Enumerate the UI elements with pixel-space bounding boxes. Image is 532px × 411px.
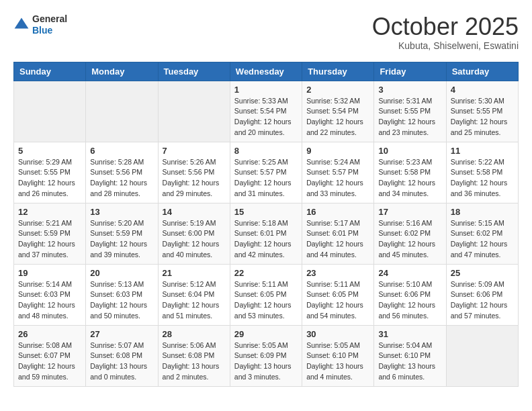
day-cell — [446, 325, 518, 386]
day-cell: 17Sunrise: 5:16 AM Sunset: 6:02 PM Dayli… — [374, 203, 446, 264]
day-info: Sunrise: 5:05 AM Sunset: 6:10 PM Dayligh… — [306, 340, 369, 383]
weekday-header-monday: Monday — [86, 62, 158, 81]
day-cell: 20Sunrise: 5:13 AM Sunset: 6:03 PM Dayli… — [86, 264, 158, 325]
day-cell: 21Sunrise: 5:12 AM Sunset: 6:04 PM Dayli… — [158, 264, 230, 325]
day-info: Sunrise: 5:17 AM Sunset: 6:01 PM Dayligh… — [306, 218, 369, 261]
day-number: 19 — [18, 268, 81, 278]
day-number: 1 — [234, 85, 298, 95]
day-cell: 18Sunrise: 5:15 AM Sunset: 6:02 PM Dayli… — [446, 203, 518, 264]
day-cell: 2Sunrise: 5:32 AM Sunset: 5:54 PM Daylig… — [302, 81, 374, 142]
weekday-header-saturday: Saturday — [446, 62, 518, 81]
logo-blue: Blue — [32, 25, 67, 36]
day-info: Sunrise: 5:24 AM Sunset: 5:57 PM Dayligh… — [306, 157, 369, 199]
day-info: Sunrise: 5:05 AM Sunset: 6:09 PM Dayligh… — [234, 340, 298, 383]
day-number: 18 — [451, 207, 514, 217]
day-cell: 7Sunrise: 5:26 AM Sunset: 5:56 PM Daylig… — [158, 142, 230, 203]
logo-icon — [13, 17, 30, 33]
day-cell: 4Sunrise: 5:30 AM Sunset: 5:55 PM Daylig… — [446, 81, 518, 142]
calendar-table: SundayMondayTuesdayWednesdayThursdayFrid… — [13, 62, 519, 387]
svg-marker-0 — [15, 17, 29, 28]
weekday-header-sunday: Sunday — [14, 62, 86, 81]
day-info: Sunrise: 5:11 AM Sunset: 6:05 PM Dayligh… — [234, 279, 298, 322]
day-number: 29 — [234, 329, 298, 339]
day-number: 9 — [306, 146, 369, 156]
day-number: 30 — [306, 329, 369, 339]
week-row-4: 19Sunrise: 5:14 AM Sunset: 6:03 PM Dayli… — [14, 264, 519, 325]
day-number: 24 — [378, 268, 441, 278]
weekday-header-wednesday: Wednesday — [230, 62, 302, 81]
day-info: Sunrise: 5:06 AM Sunset: 6:08 PM Dayligh… — [163, 340, 226, 383]
day-cell: 15Sunrise: 5:18 AM Sunset: 6:01 PM Dayli… — [230, 203, 302, 264]
day-number: 11 — [451, 146, 514, 156]
day-info: Sunrise: 5:32 AM Sunset: 5:54 PM Dayligh… — [306, 96, 369, 138]
day-cell — [86, 81, 158, 142]
day-number: 25 — [451, 268, 514, 278]
day-number: 13 — [90, 207, 153, 217]
day-cell: 27Sunrise: 5:07 AM Sunset: 6:08 PM Dayli… — [86, 325, 158, 386]
day-number: 21 — [163, 268, 226, 278]
day-number: 27 — [90, 329, 153, 339]
day-cell: 31Sunrise: 5:04 AM Sunset: 6:10 PM Dayli… — [374, 325, 446, 386]
day-cell: 5Sunrise: 5:29 AM Sunset: 5:55 PM Daylig… — [14, 142, 86, 203]
day-cell: 11Sunrise: 5:22 AM Sunset: 5:58 PM Dayli… — [446, 142, 518, 203]
day-number: 15 — [234, 207, 298, 217]
day-number: 14 — [163, 207, 226, 217]
day-info: Sunrise: 5:19 AM Sunset: 6:00 PM Dayligh… — [163, 218, 226, 261]
day-info: Sunrise: 5:10 AM Sunset: 6:06 PM Dayligh… — [378, 279, 441, 322]
day-cell: 30Sunrise: 5:05 AM Sunset: 6:10 PM Dayli… — [302, 325, 374, 386]
day-cell: 29Sunrise: 5:05 AM Sunset: 6:09 PM Dayli… — [230, 325, 302, 386]
day-cell — [158, 81, 230, 142]
day-cell: 24Sunrise: 5:10 AM Sunset: 6:06 PM Dayli… — [374, 264, 446, 325]
day-info: Sunrise: 5:30 AM Sunset: 5:55 PM Dayligh… — [451, 96, 514, 138]
day-info: Sunrise: 5:29 AM Sunset: 5:55 PM Dayligh… — [18, 157, 81, 199]
day-number: 17 — [378, 207, 441, 217]
logo: General Blue — [13, 13, 67, 36]
weekday-header-row: SundayMondayTuesdayWednesdayThursdayFrid… — [14, 62, 519, 81]
day-number: 31 — [378, 329, 441, 339]
week-row-2: 5Sunrise: 5:29 AM Sunset: 5:55 PM Daylig… — [14, 142, 519, 203]
day-cell: 10Sunrise: 5:23 AM Sunset: 5:58 PM Dayli… — [374, 142, 446, 203]
day-cell: 19Sunrise: 5:14 AM Sunset: 6:03 PM Dayli… — [14, 264, 86, 325]
day-cell: 3Sunrise: 5:31 AM Sunset: 5:55 PM Daylig… — [374, 81, 446, 142]
day-cell: 6Sunrise: 5:28 AM Sunset: 5:56 PM Daylig… — [86, 142, 158, 203]
day-info: Sunrise: 5:21 AM Sunset: 5:59 PM Dayligh… — [18, 218, 81, 261]
week-row-5: 26Sunrise: 5:08 AM Sunset: 6:07 PM Dayli… — [14, 325, 519, 386]
day-info: Sunrise: 5:08 AM Sunset: 6:07 PM Dayligh… — [18, 340, 81, 383]
day-info: Sunrise: 5:20 AM Sunset: 5:59 PM Dayligh… — [90, 218, 153, 261]
day-cell — [14, 81, 86, 142]
day-cell: 25Sunrise: 5:09 AM Sunset: 6:06 PM Dayli… — [446, 264, 518, 325]
day-info: Sunrise: 5:22 AM Sunset: 5:58 PM Dayligh… — [451, 157, 514, 199]
day-number: 28 — [163, 329, 226, 339]
logo-general: General — [32, 13, 67, 25]
day-cell: 9Sunrise: 5:24 AM Sunset: 5:57 PM Daylig… — [302, 142, 374, 203]
day-info: Sunrise: 5:07 AM Sunset: 6:08 PM Dayligh… — [90, 340, 153, 383]
day-cell: 12Sunrise: 5:21 AM Sunset: 5:59 PM Dayli… — [14, 203, 86, 264]
day-number: 2 — [306, 85, 369, 95]
day-info: Sunrise: 5:13 AM Sunset: 6:03 PM Dayligh… — [90, 279, 153, 322]
day-cell: 26Sunrise: 5:08 AM Sunset: 6:07 PM Dayli… — [14, 325, 86, 386]
day-cell: 23Sunrise: 5:11 AM Sunset: 6:05 PM Dayli… — [302, 264, 374, 325]
day-number: 12 — [18, 207, 81, 217]
day-info: Sunrise: 5:14 AM Sunset: 6:03 PM Dayligh… — [18, 279, 81, 322]
day-number: 16 — [306, 207, 369, 217]
day-number: 3 — [378, 85, 441, 95]
weekday-header-thursday: Thursday — [302, 62, 374, 81]
day-info: Sunrise: 5:25 AM Sunset: 5:57 PM Dayligh… — [234, 157, 298, 199]
day-info: Sunrise: 5:15 AM Sunset: 6:02 PM Dayligh… — [451, 218, 514, 261]
day-number: 4 — [451, 85, 514, 95]
week-row-1: 1Sunrise: 5:33 AM Sunset: 5:54 PM Daylig… — [14, 81, 519, 142]
day-info: Sunrise: 5:31 AM Sunset: 5:55 PM Dayligh… — [378, 96, 441, 138]
week-row-3: 12Sunrise: 5:21 AM Sunset: 5:59 PM Dayli… — [14, 203, 519, 264]
day-number: 5 — [18, 146, 81, 156]
day-number: 26 — [18, 329, 81, 339]
day-cell: 22Sunrise: 5:11 AM Sunset: 6:05 PM Dayli… — [230, 264, 302, 325]
day-number: 6 — [90, 146, 153, 156]
day-cell: 8Sunrise: 5:25 AM Sunset: 5:57 PM Daylig… — [230, 142, 302, 203]
weekday-header-tuesday: Tuesday — [158, 62, 230, 81]
day-info: Sunrise: 5:16 AM Sunset: 6:02 PM Dayligh… — [378, 218, 441, 261]
day-number: 20 — [90, 268, 153, 278]
location-subtitle: Kubuta, Shiselweni, Eswatini — [372, 40, 519, 51]
weekday-header-friday: Friday — [374, 62, 446, 81]
day-cell: 1Sunrise: 5:33 AM Sunset: 5:54 PM Daylig… — [230, 81, 302, 142]
day-number: 7 — [163, 146, 226, 156]
